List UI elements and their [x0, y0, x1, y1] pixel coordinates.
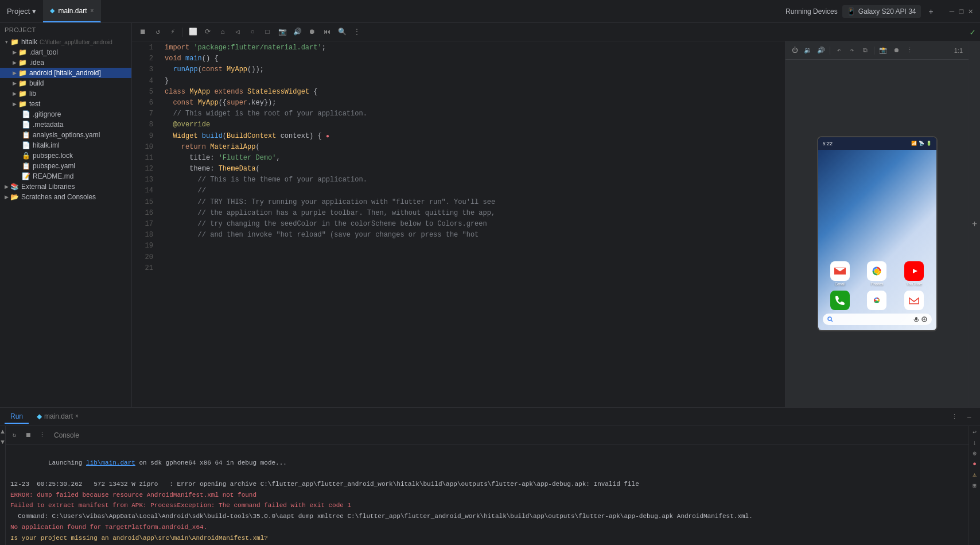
volume-up-button[interactable]: 🔊	[815, 45, 827, 56]
square-button[interactable]: □	[261, 26, 274, 38]
console-link[interactable]: lib\main.dart	[86, 459, 135, 466]
sidebar-label: pubspec.yaml	[33, 162, 75, 170]
sidebar-item-external-libraries[interactable]: ▶ 📚 External Libraries	[0, 181, 131, 192]
warning-icon: ⚠	[973, 471, 977, 478]
sidebar-item-build[interactable]: ▶ 📁 build	[0, 78, 131, 88]
layout-icon[interactable]: ⊞	[973, 482, 977, 489]
rotate-left-button[interactable]: ↶	[833, 45, 845, 56]
rotate-button[interactable]: ⟳	[201, 26, 214, 38]
tab-main-dart[interactable]: ◆ main.dart ×	[43, 0, 101, 22]
sidebar-item-dart-tool[interactable]: ▶ 📁 .dart_tool	[0, 47, 131, 57]
more-btn[interactable]: ⋮	[36, 429, 48, 442]
circle-button[interactable]: ○	[246, 26, 259, 38]
volume-down-button[interactable]: 🔉	[802, 45, 814, 56]
add-device-button[interactable]: +	[925, 6, 937, 17]
scale-label: 1:1	[954, 47, 965, 54]
project-menu[interactable]: Project ▾	[0, 0, 43, 22]
tab-main-dart-label: main.dart	[58, 7, 87, 15]
add-device-strip[interactable]: +	[969, 41, 980, 407]
code-line: return MaterialApp(	[165, 142, 778, 153]
sidebar-label: External Libraries	[21, 183, 75, 191]
expand-arrow-icon: ▶	[10, 91, 18, 96]
screenshot-button[interactable]: 📸	[877, 45, 889, 56]
sidebar-item-iml[interactable]: 📄 hitalk.iml	[0, 140, 131, 150]
maximize-button[interactable]: ❐	[959, 6, 963, 16]
bottom-panel: Run ◆ main.dart × ⋮ — ▲ ▼ ↻ ⏹ ⋮ Console	[0, 407, 980, 545]
volume-button[interactable]: 🔊	[291, 26, 304, 38]
stop-btn[interactable]: ⏹	[22, 429, 34, 442]
more-options-bottom[interactable]: ⋮	[948, 411, 960, 423]
camera-button[interactable]: 📷	[276, 26, 289, 38]
more-options-button[interactable]: ⋮	[351, 26, 363, 38]
sidebar-item-analysis-yaml[interactable]: 📋 analysis_options.yaml	[0, 130, 131, 140]
fold-button[interactable]: ⧉	[860, 45, 871, 56]
scratches-icon: 📂	[10, 193, 19, 201]
home-button[interactable]: ⌂	[216, 26, 229, 38]
iml-file-icon: 📄	[22, 141, 30, 149]
folder-icon: 📁	[18, 48, 27, 56]
zoom-button[interactable]: 🔍	[336, 26, 348, 38]
sidebar-item-lib[interactable]: ▶ 📁 lib	[0, 88, 131, 99]
editor-tab-bar: ◆ main.dart ×	[43, 0, 780, 22]
device-tab-galaxy[interactable]: 📱 Galaxy S20 API 34	[842, 5, 921, 18]
expand-arrow-icon: ▶	[10, 49, 18, 55]
folder-icon: 📁	[18, 69, 27, 77]
expand-arrow-icon: ▶	[10, 70, 18, 76]
stop-button[interactable]: ⏹	[137, 26, 149, 38]
console-line-error: No application found for TargetPlatform.…	[10, 522, 964, 533]
power-button[interactable]: ⏻	[789, 45, 800, 56]
svg-point-0	[874, 269, 879, 273]
record-button[interactable]: ⏺	[306, 26, 318, 38]
window-controls: — ❐ ✕	[943, 6, 980, 16]
scroll-to-end-icon[interactable]: ↓	[973, 439, 977, 446]
code-line: //	[165, 185, 778, 196]
app-icon-chrome[interactable]	[860, 291, 895, 311]
app-icon-gmail2[interactable]	[897, 291, 932, 311]
scroll-down-btn[interactable]: ▼	[1, 439, 5, 446]
sidebar-item-scratches[interactable]: ▶ 📂 Scratches and Consoles	[0, 192, 131, 202]
app-icon-photos[interactable]: Photos	[860, 261, 895, 286]
folder-icon: 📁	[18, 59, 27, 67]
close-button[interactable]: ✕	[969, 6, 973, 16]
tab-close-bottom[interactable]: ×	[75, 413, 79, 419]
minimize-button[interactable]: —	[950, 6, 954, 16]
photos-icon	[867, 261, 886, 281]
scroll-up-btn[interactable]: ▲	[1, 428, 5, 435]
code-editor[interactable]: 12345 678910 1112131415 1617181920 21 im…	[132, 41, 785, 407]
hot-reload-button[interactable]: ⚡	[166, 26, 179, 38]
tab-run[interactable]: Run	[5, 410, 29, 424]
rerun-btn[interactable]: ↻	[8, 429, 21, 442]
sidebar-label: README.md	[33, 172, 73, 180]
back2-button[interactable]: ⏮	[321, 26, 333, 38]
sidebar-item-readme[interactable]: 📝 README.md	[0, 171, 131, 181]
line-numbers: 12345 678910 1112131415 1617181920 21	[132, 41, 158, 407]
device-search-bar[interactable]	[823, 314, 932, 325]
device-settings-button[interactable]: ⋮	[904, 45, 915, 56]
rotate-right-button[interactable]: ↷	[846, 45, 858, 56]
sidebar-item-idea[interactable]: ▶ 📁 .idea	[0, 57, 131, 68]
svg-point-6	[828, 317, 831, 320]
rerun-button[interactable]: ↺	[151, 26, 164, 38]
screenrecord-button[interactable]: ⏺	[890, 45, 902, 56]
sidebar-item-gitignore[interactable]: 📄 .gitignore	[0, 109, 131, 119]
expand-arrow-icon: ▶	[10, 101, 18, 107]
tab-close-button[interactable]: ×	[91, 7, 94, 14]
google-g-logo	[827, 316, 833, 322]
back-button[interactable]: ◁	[231, 26, 244, 38]
sidebar-item-test[interactable]: ▶ 📁 test	[0, 99, 131, 109]
filter-icon[interactable]: ⚙	[973, 450, 977, 457]
sidebar-item-hitalk[interactable]: ▾ 📁 hitalk C:\flutter_app\flutter_androi…	[0, 37, 131, 47]
sidebar-item-android[interactable]: ▶ 📁 android [hitalk_android]	[0, 68, 131, 78]
tab-main-dart-bottom[interactable]: ◆ main.dart ×	[31, 410, 84, 424]
sidebar-item-pubspec-yaml[interactable]: 📋 pubspec.yaml	[0, 161, 131, 171]
code-content[interactable]: import 'package:flutter/material.dart'; …	[158, 41, 785, 407]
app-icon-phone[interactable]	[823, 291, 858, 311]
sidebar-item-pubspec-lock[interactable]: 🔒 pubspec.lock	[0, 150, 131, 161]
app-icon-youtube[interactable]: YouTube	[897, 261, 932, 286]
frame-button[interactable]: ⬜	[186, 26, 199, 38]
sidebar-item-metadata[interactable]: 📄 .metadata	[0, 119, 131, 130]
soft-wrap-icon[interactable]: ↩	[973, 428, 977, 436]
sidebar-label: .dart_tool	[29, 48, 58, 56]
app-icon-gmail[interactable]: Gmail	[823, 261, 858, 286]
close-panel-button[interactable]: —	[963, 411, 975, 423]
